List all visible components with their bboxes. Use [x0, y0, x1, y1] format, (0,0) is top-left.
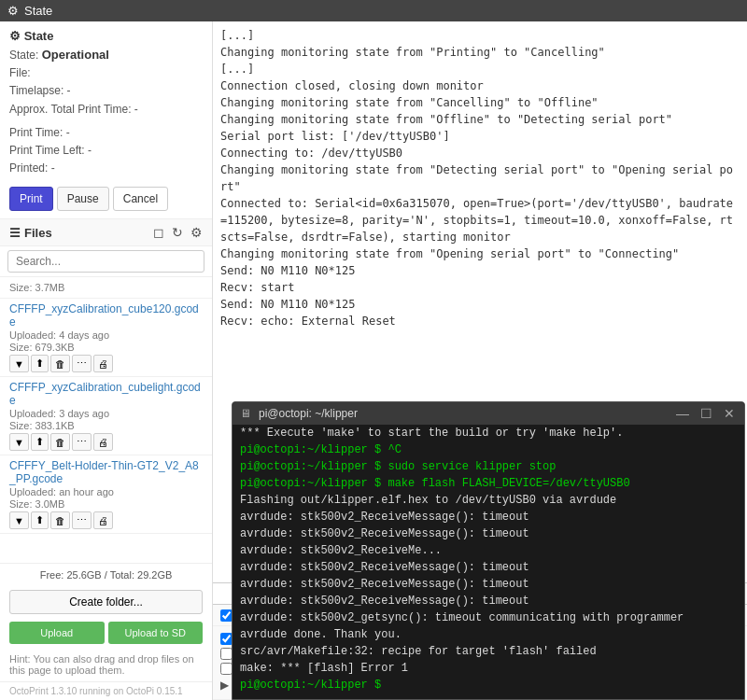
file-download-btn-2[interactable]: ▼: [9, 433, 29, 451]
list-item: CFFFP_xyzCalibration_cubelight.gcode Upl…: [0, 377, 212, 455]
print-button[interactable]: Print: [9, 187, 53, 211]
printed-row: Printed: -: [9, 160, 203, 177]
klipper-terminal-body[interactable]: pi@octopi:~/klipper $ make menuconfigscr…: [233, 425, 744, 699]
file-name-3[interactable]: CFFFY_Belt-Holder-Thin-GT2_V2_A8_PP.gcod…: [9, 459, 203, 485]
cancel-button[interactable]: Cancel: [113, 187, 168, 211]
file-name-2[interactable]: CFFFP_xyzCalibration_cubelight.gcode: [9, 381, 203, 407]
file-delete-btn-3[interactable]: 🗑: [50, 511, 70, 529]
file-print-btn-2[interactable]: 🖨: [93, 433, 113, 451]
close-button[interactable]: ✕: [722, 406, 737, 421]
minimize-button[interactable]: —: [674, 406, 691, 421]
search-input[interactable]: [7, 250, 204, 273]
terminal-line: Connected to: Serial<id=0x6a315070, open…: [220, 195, 740, 212]
file-delete-btn-1[interactable]: 🗑: [50, 355, 70, 372]
list-item: CFFFP_xyzCalibration_cube120.gcode Uploa…: [0, 299, 212, 377]
terminal-line: [...]: [220, 27, 740, 44]
file-actions-3: ▼ ⬆ 🗑 ⋯ 🖨: [9, 511, 203, 529]
terminal-line: Changing monitoring state from "Cancelli…: [220, 94, 740, 111]
file-refresh-icon[interactable]: ↻: [172, 225, 183, 240]
terminal-line: Recv: start: [220, 279, 740, 296]
terminal-line: Connection closed, closing down monitor: [220, 77, 740, 94]
upload-button[interactable]: Upload: [9, 622, 105, 644]
upload-buttons: Upload Upload to SD: [0, 618, 212, 648]
file-size-1: Size: 679.3KB: [9, 342, 203, 353]
klipper-terminal-line: pi@octopi:~/klipper $ make flash FLASH_D…: [240, 475, 737, 492]
window-controls: — ☐ ✕: [674, 406, 737, 421]
file-list: Size: 3.7MB CFFFP_xyzCalibration_cube120…: [0, 277, 212, 563]
state-value-row: State: Operational: [9, 47, 203, 64]
chevron-right-icon: ▶: [220, 679, 229, 692]
klipper-terminal-line: make: *** [flash] Error 1: [240, 660, 737, 677]
terminal-line: Send: N0 M110 N0*125: [220, 262, 740, 279]
file-size-2: Size: 383.1KB: [9, 420, 203, 431]
list-item-size-top: Size: 3.7MB: [0, 277, 212, 299]
file-actions-1: ▼ ⬆ 🗑 ⋯ 🖨: [9, 355, 203, 372]
terminal-line: =115200, bytesize=8, parity='N', stopbit…: [220, 212, 740, 229]
upload-sd-button[interactable]: Upload to SD: [108, 622, 204, 644]
terminal-line: [...]: [220, 61, 740, 77]
state-section: ⚙ State State: Operational File: Timelap…: [0, 21, 212, 219]
file-delete-btn-2[interactable]: 🗑: [50, 433, 70, 451]
terminal-line: Serial port list: ['/dev/ttyUSB0']: [220, 128, 740, 145]
klipper-terminal-line: *** Execute 'make' to start the build or…: [240, 425, 737, 441]
klipper-terminal-line: avrdude: stk500v2_getsync(): timeout com…: [240, 609, 737, 626]
files-header: ☰ Files ◻ ↻ ⚙: [0, 219, 212, 246]
klipper-terminal-line: avrdude: stk500v2_ReceiveMe...: [240, 542, 737, 559]
print-time-left-row: Print Time Left: -: [9, 142, 203, 160]
terminal-line: Changing monitoring state from "Opening …: [220, 245, 740, 262]
hint-text: Hint: You can also drag and drop files o…: [0, 648, 212, 681]
file-actions-2: ▼ ⬆ 🗑 ⋯ 🖨: [9, 433, 203, 451]
version-text: OctoPrint 1.3.10 running on OctoPi 0.15.…: [0, 681, 212, 700]
print-controls: Print Pause Cancel: [9, 187, 203, 211]
klipper-terminal-icon: 🖥: [240, 407, 251, 420]
file-label: File:: [9, 66, 31, 79]
pause-button[interactable]: Pause: [57, 187, 109, 211]
klipper-terminal-line: avrdude: stk500v2_ReceiveMessage(): time…: [240, 509, 737, 525]
terminal-line: Send: N0 M110 N0*125: [220, 296, 740, 313]
terminal-line: rt": [220, 178, 740, 195]
file-name-1[interactable]: CFFFP_xyzCalibration_cube120.gcode: [9, 302, 203, 329]
file-settings-icon[interactable]: ⚙: [190, 225, 203, 240]
file-more-btn-2[interactable]: ⋯: [72, 433, 92, 451]
file-download-btn-1[interactable]: ▼: [9, 355, 29, 372]
file-download-btn-3[interactable]: ▼: [9, 511, 29, 529]
files-icon: ☰: [9, 226, 21, 240]
klipper-terminal-line: avrdude: stk500v2_ReceiveMessage(): time…: [240, 576, 737, 593]
file-new-icon[interactable]: ◻: [153, 225, 164, 240]
file-size-3: Size: 3.0MB: [9, 498, 203, 510]
state-label-text: State:: [9, 49, 42, 62]
file-row: File:: [9, 64, 203, 82]
klipper-terminal-window: 🖥 pi@octopi: ~/klipper — ☐ ✕ pi@octopi:~…: [232, 401, 745, 700]
file-uploaded-1: Uploaded: 4 days ago: [9, 329, 203, 341]
file-print-btn-3[interactable]: 🖨: [93, 511, 113, 529]
search-box: [0, 246, 212, 277]
file-more-btn-3[interactable]: ⋯: [72, 511, 92, 529]
klipper-terminal-line: pi@octopi:~/klipper $: [240, 677, 737, 693]
maximize-button[interactable]: ☐: [698, 406, 714, 421]
terminal-line: Changing monitoring state from "Offline"…: [220, 111, 740, 128]
file-upload-sd-btn-3[interactable]: ⬆: [31, 511, 49, 529]
file-more-btn-1[interactable]: ⋯: [72, 355, 92, 372]
terminal-line: Connecting to: /dev/ttyUSB0: [220, 145, 740, 161]
klipper-terminal-line: src/avr/Makefile:32: recipe for target '…: [240, 643, 737, 660]
file-uploaded-2: Uploaded: 3 days ago: [9, 408, 203, 419]
file-print-btn-1[interactable]: 🖨: [93, 355, 113, 372]
timelapse-row: Timelapse: -: [9, 82, 203, 100]
files-title-text: Files: [24, 226, 52, 240]
klipper-terminal-line: pi@octopi:~/klipper $ sudo service klipp…: [240, 458, 737, 475]
terminal-line: Changing monitoring state from "Printing…: [220, 44, 740, 61]
state-icon-small: ⚙: [9, 29, 21, 43]
state-icon: ⚙: [7, 4, 19, 18]
terminal-line: Recv: echo: External Reset: [220, 313, 740, 329]
klipper-title-text: pi@octopi: ~/klipper: [259, 407, 667, 420]
klipper-terminal-line: Flashing out/klipper.elf.hex to /dev/tty…: [240, 492, 737, 509]
first-size-text: Size: 3.7MB: [9, 282, 203, 293]
create-folder-button[interactable]: Create folder...: [9, 590, 203, 614]
print-info: Print Time: - Print Time Left: - Printed…: [9, 124, 203, 178]
file-uploaded-3: Uploaded: an hour ago: [9, 486, 203, 497]
file-upload-sd-btn-1[interactable]: ⬆: [31, 355, 49, 372]
print-time-row: Print Time: -: [9, 124, 203, 142]
klipper-terminal-line: avrdude: stk500v2_ReceiveMessage(): time…: [240, 559, 737, 576]
file-upload-sd-btn-2[interactable]: ⬆: [31, 433, 49, 451]
terminal-line: scts=False, dsrdtr=False), starting moni…: [220, 229, 740, 245]
